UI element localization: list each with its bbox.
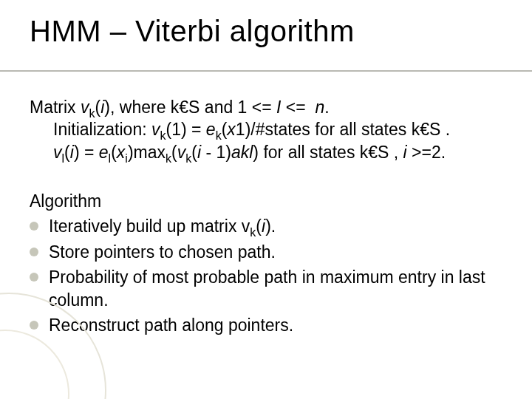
- algorithm-list: Iteratively build up matrix vk(i). Store…: [30, 215, 502, 336]
- list-item: Store pointers to chosen path.: [30, 241, 502, 263]
- list-item: Reconstruct path along pointers.: [30, 314, 502, 336]
- matrix-definition: Matrix vk(i), where k€S and 1 <= I <= n.…: [30, 96, 502, 163]
- list-item-text: Store pointers to chosen path.: [49, 242, 276, 262]
- list-item: Iteratively build up matrix vk(i).: [30, 215, 502, 237]
- list-item-text: Iteratively build up matrix vk(i).: [49, 216, 276, 236]
- title-divider: [0, 70, 532, 72]
- algorithm-heading: Algorithm: [30, 190, 502, 212]
- slide-body: Matrix vk(i), where k€S and 1 <= I <= n.…: [30, 96, 502, 339]
- slide-title: HMM – Viterbi algorithm: [30, 15, 355, 48]
- list-item: Probability of most probable path in max…: [30, 266, 502, 311]
- list-item-text: Probability of most probable path in max…: [49, 267, 485, 309]
- matrix-line-3: vl(i) = el(xi)maxk(vk(i - 1)akl) for all…: [30, 141, 502, 163]
- slide: HMM – Viterbi algorithm Matrix vk(i), wh…: [0, 0, 532, 399]
- matrix-line-1: Matrix vk(i), where k€S and 1 <= I <= n.: [30, 98, 330, 117]
- matrix-line-2: Initialization: vk(1) = ek(x1)/#states f…: [30, 118, 502, 140]
